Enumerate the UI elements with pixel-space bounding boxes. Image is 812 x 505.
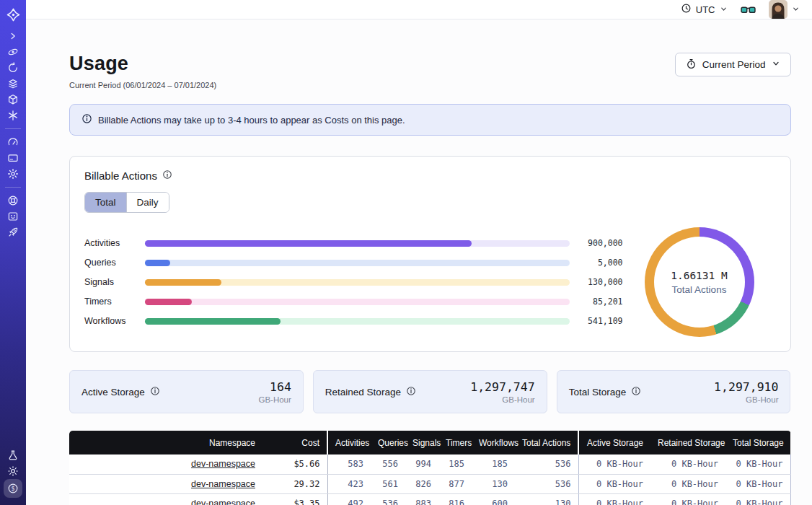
workflows-cell: 130 xyxy=(472,474,515,493)
labs-flask-icon[interactable] xyxy=(4,447,22,463)
col-header-retained-storage: Retained Storage xyxy=(650,431,725,454)
bar-value: 130,000 xyxy=(570,277,623,287)
pricing-coin-icon[interactable]: $ xyxy=(4,479,22,498)
storage-card-value: 1,297,910 xyxy=(714,380,778,394)
period-button-label: Current Period xyxy=(702,59,766,70)
total-actions-donut: 1.66131 M Total Actions xyxy=(645,227,754,337)
info-icon[interactable] xyxy=(150,386,160,398)
bar-value: 5,000 xyxy=(570,258,623,268)
active-storage-card: Active Storage 164 GB-Hour xyxy=(69,370,304,413)
history-icon[interactable] xyxy=(4,60,22,76)
signals-cell: 883 xyxy=(405,493,438,505)
total-daily-tabs: Total Daily xyxy=(84,192,169,213)
bar-value: 900,000 xyxy=(570,238,623,248)
col-header-workflows: Workflows xyxy=(472,431,515,454)
active-storage-cell: 0 KB-Hour xyxy=(578,474,650,493)
tab-daily[interactable]: Daily xyxy=(126,193,169,212)
col-header-total-storage: Total Storage xyxy=(725,431,790,454)
rocket-icon[interactable] xyxy=(4,224,22,240)
info-icon[interactable] xyxy=(406,386,416,398)
asterisk-icon[interactable] xyxy=(4,107,22,123)
info-banner: Billable Actions may take up to 3-4 hour… xyxy=(69,104,791,136)
total-storage-card: Total Storage 1,297,910 GB-Hour xyxy=(557,370,791,413)
storage-card-label: Retained Storage xyxy=(325,387,401,398)
bar-value: 541,109 xyxy=(570,316,623,326)
avatar xyxy=(769,0,787,19)
namespaces-icon[interactable] xyxy=(4,44,22,60)
bar-fill xyxy=(145,279,221,286)
storage-card-value: 164 xyxy=(258,380,291,394)
chevron-down-icon xyxy=(720,4,728,15)
table-row: dev-namespace $3.35 492 536 883 816 600 … xyxy=(69,493,790,505)
sidebar-nav: $ xyxy=(0,0,26,505)
page-title: Usage xyxy=(69,53,216,75)
settings-gear-icon[interactable] xyxy=(4,166,22,182)
retained-storage-cell: 0 KB-Hour xyxy=(650,493,725,505)
timezone-label: UTC xyxy=(696,4,715,15)
info-icon xyxy=(81,113,92,126)
workflows-cell: 600 xyxy=(472,493,515,505)
tab-total[interactable]: Total xyxy=(85,193,126,212)
table-row: dev-namespace $5.66 583 556 994 185 185 … xyxy=(69,454,790,474)
retained-storage-cell: 0 KB-Hour xyxy=(650,454,725,474)
queries-cell: 556 xyxy=(371,454,405,474)
theme-sun-icon[interactable] xyxy=(4,463,22,479)
namespace-link[interactable]: dev-namespace xyxy=(191,499,255,505)
period-selector-button[interactable]: Current Period xyxy=(675,53,791,76)
col-header-total-actions: Total Actions xyxy=(515,431,578,454)
namespace-link[interactable]: dev-namespace xyxy=(191,479,255,489)
bar-label: Queries xyxy=(84,258,145,268)
usage-gauge-icon[interactable] xyxy=(4,134,22,150)
signals-cell: 994 xyxy=(405,454,438,474)
user-menu[interactable] xyxy=(769,0,800,19)
total-storage-cell: 0 KB-Hour xyxy=(725,454,790,474)
timezone-selector[interactable]: UTC xyxy=(681,3,728,16)
collapse-chevron-icon[interactable] xyxy=(4,28,22,44)
bar-fill xyxy=(145,299,192,305)
donut-total-label: Total Actions xyxy=(672,284,727,295)
bar-row-signals: Signals 130,000 xyxy=(84,273,623,292)
bar-track xyxy=(145,240,570,247)
bar-fill xyxy=(145,260,170,266)
chevron-down-icon xyxy=(792,3,800,16)
billable-actions-chart: Activities 900,000 Queries 5,000 Signals xyxy=(84,227,776,337)
signals-cell: 826 xyxy=(405,474,438,493)
bar-track xyxy=(145,299,570,305)
col-header-queries: Queries xyxy=(371,431,405,454)
billable-actions-title: Billable Actions xyxy=(84,170,157,182)
temporal-logo-icon[interactable] xyxy=(4,6,22,22)
col-header-signals: Signals xyxy=(405,431,438,454)
cube-icon[interactable] xyxy=(4,92,22,107)
timers-cell: 877 xyxy=(438,474,472,493)
stopwatch-icon xyxy=(686,58,697,71)
support-lifering-icon[interactable] xyxy=(4,193,22,208)
queries-cell: 536 xyxy=(371,493,405,505)
info-icon[interactable] xyxy=(162,170,172,182)
queries-cell: 561 xyxy=(371,474,405,493)
glasses-icon[interactable] xyxy=(741,4,756,15)
active-storage-cell: 0 KB-Hour xyxy=(578,493,650,505)
storage-card-label: Active Storage xyxy=(81,387,145,398)
activities-cell: 583 xyxy=(327,454,371,474)
layers-icon[interactable] xyxy=(4,76,22,92)
namespace-link[interactable]: dev-namespace xyxy=(191,459,255,469)
cost-cell: $3.35 xyxy=(262,493,327,505)
col-header-activities: Activities xyxy=(327,431,371,454)
page-content: Usage Current Period (06/01/2024 – 07/01… xyxy=(26,19,812,505)
total-actions-cell: 536 xyxy=(515,454,578,474)
banner-text: Billable Actions may take up to 3-4 hour… xyxy=(98,115,405,126)
sidebar-divider xyxy=(5,187,21,188)
total-actions-cell: 536 xyxy=(515,474,578,493)
info-icon[interactable] xyxy=(631,386,641,398)
storage-card-label: Total Storage xyxy=(569,387,627,398)
page-subtitle: Current Period (06/01/2024 – 07/01/2024) xyxy=(69,81,216,89)
activities-cell: 423 xyxy=(327,474,371,493)
cost-cell: 29.32 xyxy=(262,474,327,493)
total-actions-cell: 130 xyxy=(515,493,578,505)
docs-icon[interactable] xyxy=(4,208,22,224)
donut-total-value: 1.66131 M xyxy=(671,270,728,281)
billable-actions-card: Billable Actions Total Daily Activities … xyxy=(69,156,791,352)
total-storage-cell: 0 KB-Hour xyxy=(725,474,790,493)
table-row: dev-namespace 29.32 423 561 826 877 130 … xyxy=(69,474,790,493)
billing-card-icon[interactable] xyxy=(4,150,22,166)
